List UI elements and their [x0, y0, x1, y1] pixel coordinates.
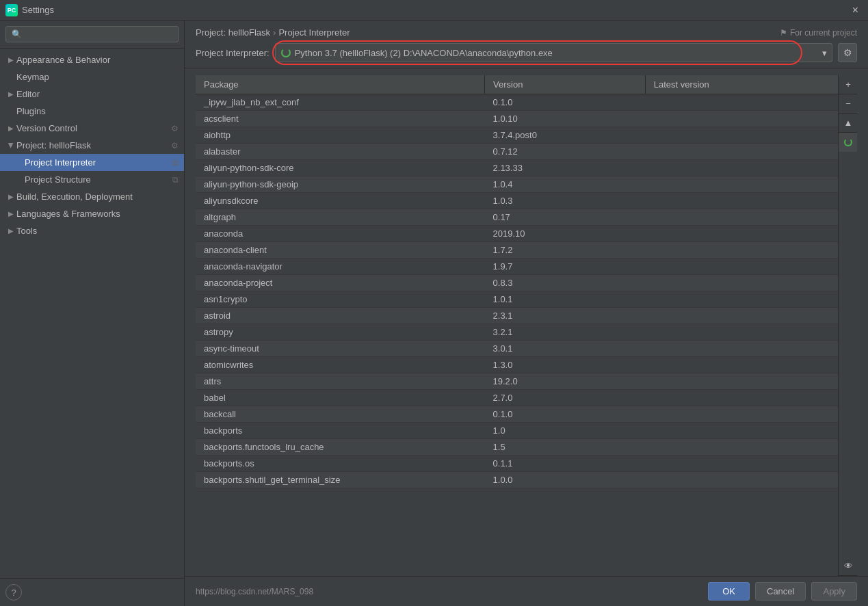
sidebar-item-project-interpreter[interactable]: Project Interpreter ⧉ — [0, 154, 184, 171]
show-outdated-button[interactable]: 👁 — [839, 557, 857, 576]
help-button[interactable]: ? — [5, 584, 22, 601]
package-latest — [645, 242, 838, 259]
content-header: Project: hellloFlask › Project Interpret… — [185, 21, 868, 68]
interpreter-label: Project Interpreter: — [196, 48, 269, 58]
package-name: anaconda-project — [196, 275, 485, 291]
table-row[interactable]: aliyunsdkcore 1.0.3 — [196, 193, 838, 209]
col-header-package: Package — [196, 75, 485, 94]
package-version: 1.0.10 — [485, 111, 646, 127]
table-row[interactable]: backports.functools_lru_cache 1.5 — [196, 439, 838, 456]
note-icon: ⚑ — [780, 28, 787, 38]
table-row[interactable]: _ipyw_jlab_nb_ext_conf 0.1.0 — [196, 94, 838, 111]
scroll-up-button[interactable]: ▲ — [839, 114, 857, 133]
table-row[interactable]: babel 2.7.0 — [196, 390, 838, 406]
package-name: backports.functools_lru_cache — [196, 439, 485, 456]
expand-arrow-icon: ▶ — [8, 90, 14, 98]
footer-link: https://blog.csdn.net/MARS_098 — [196, 587, 313, 596]
interpreter-dropdown-button[interactable]: ▾ — [817, 43, 832, 62]
interpreter-settings-button[interactable]: ⚙ — [838, 43, 857, 62]
interpreter-select-display[interactable]: Python 3.7 (hellloFlask) (2) D:\ANACONDA… — [275, 43, 817, 62]
sidebar-item-keymap[interactable]: Keymap — [0, 68, 184, 85]
package-latest — [645, 226, 838, 242]
package-name: anaconda-navigator — [196, 259, 485, 275]
table-row[interactable]: aliyun-python-sdk-geoip 1.0.4 — [196, 176, 838, 193]
remove-package-button[interactable]: − — [839, 94, 857, 114]
table-row[interactable]: alabaster 0.7.12 — [196, 144, 838, 160]
package-latest — [645, 456, 838, 472]
col-header-latest: Latest version — [645, 75, 838, 94]
table-row[interactable]: asn1crypto 1.0.1 — [196, 291, 838, 308]
expand-arrow-icon: ▶ — [8, 193, 14, 200]
table-row[interactable]: backports 1.0 — [196, 423, 838, 439]
package-version: 1.0.1 — [485, 291, 646, 308]
package-name: async-timeout — [196, 341, 485, 357]
table-row[interactable]: aiohttp 3.7.4.post0 — [196, 127, 838, 144]
sidebar-item-appearance[interactable]: ▶ Appearance & Behavior — [0, 51, 184, 68]
package-latest — [645, 341, 838, 357]
sidebar-item-tools[interactable]: ▶ Tools — [0, 222, 184, 239]
sidebar-item-label: Editor — [16, 89, 40, 99]
package-version: 19.2.0 — [485, 373, 646, 390]
table-row[interactable]: backports.shutil_get_terminal_size 1.0.0 — [196, 472, 838, 488]
package-version: 2019.10 — [485, 226, 646, 242]
package-name: aliyunsdkcore — [196, 193, 485, 209]
package-version: 1.3.0 — [485, 357, 646, 373]
sidebar-item-version-control[interactable]: ▶ Version Control ⚙ — [0, 120, 184, 137]
package-latest — [645, 127, 838, 144]
package-name: _ipyw_jlab_nb_ext_conf — [196, 94, 485, 111]
table-row[interactable]: aliyun-python-sdk-core 2.13.33 — [196, 160, 838, 176]
package-table-body: _ipyw_jlab_nb_ext_conf 0.1.0 acsclient 1… — [196, 94, 838, 488]
scroll-down-button[interactable] — [839, 133, 857, 152]
sidebar-item-editor[interactable]: ▶ Editor — [0, 85, 184, 103]
sidebar-search — [0, 21, 184, 49]
sidebar-item-project-structure[interactable]: Project Structure ⧉ — [0, 171, 184, 188]
sidebar-item-languages[interactable]: ▶ Languages & Frameworks — [0, 205, 184, 222]
table-row[interactable]: async-timeout 3.0.1 — [196, 341, 838, 357]
package-version: 0.1.0 — [485, 406, 646, 423]
apply-button[interactable]: Apply — [811, 582, 857, 601]
package-version: 2.13.33 — [485, 160, 646, 176]
table-row[interactable]: anaconda-navigator 1.9.7 — [196, 259, 838, 275]
package-name: babel — [196, 390, 485, 406]
title-bar-left: PC Settings — [5, 4, 54, 16]
breadcrumb-note: ⚑ For current project — [780, 28, 857, 38]
sidebar-item-label: Keymap — [16, 72, 49, 82]
package-latest — [645, 144, 838, 160]
table-row[interactable]: attrs 19.2.0 — [196, 373, 838, 390]
table-row[interactable]: acsclient 1.0.10 — [196, 111, 838, 127]
table-scroll[interactable]: _ipyw_jlab_nb_ext_conf 0.1.0 acsclient 1… — [196, 94, 838, 576]
table-row[interactable]: anaconda-client 1.7.2 — [196, 242, 838, 259]
table-row[interactable]: atomicwrites 1.3.0 — [196, 357, 838, 373]
close-button[interactable]: × — [848, 3, 863, 18]
expand-arrow-icon: ▶ — [8, 56, 14, 64]
table-row[interactable]: backports.os 0.1.1 — [196, 456, 838, 472]
package-version: 1.5 — [485, 439, 646, 456]
interpreter-row: Project Interpreter: Python 3.7 (hellloF… — [196, 43, 857, 62]
cancel-button[interactable]: Cancel — [755, 582, 806, 601]
package-name: acsclient — [196, 111, 485, 127]
breadcrumb-separator: › — [273, 27, 276, 38]
table-row[interactable]: altgraph 0.17 — [196, 209, 838, 226]
sidebar-item-plugins[interactable]: Plugins — [0, 103, 184, 120]
sidebar-item-project[interactable]: ▶ Project: hellloFlask ⚙ — [0, 137, 184, 154]
table-row[interactable]: astroid 2.3.1 — [196, 308, 838, 324]
sidebar-item-label: Project: hellloFlask — [16, 140, 91, 150]
add-package-button[interactable]: + — [839, 75, 857, 94]
table-row[interactable]: anaconda-project 0.8.3 — [196, 275, 838, 291]
package-latest — [645, 423, 838, 439]
table-header: Package Version Latest version — [196, 75, 838, 94]
search-input[interactable] — [5, 26, 179, 42]
package-name: alabaster — [196, 144, 485, 160]
ok-button[interactable]: OK — [708, 582, 750, 601]
package-name: astropy — [196, 324, 485, 341]
footer: https://blog.csdn.net/MARS_098 OK Cancel… — [185, 576, 868, 606]
expand-arrow-icon: ▶ — [8, 227, 14, 235]
package-latest — [645, 390, 838, 406]
package-name: aliyun-python-sdk-geoip — [196, 176, 485, 193]
table-row[interactable]: backcall 0.1.0 — [196, 406, 838, 423]
package-name: aiohttp — [196, 127, 485, 144]
sidebar-item-build[interactable]: ▶ Build, Execution, Deployment — [0, 188, 184, 205]
table-row[interactable]: astropy 3.2.1 — [196, 324, 838, 341]
package-version: 1.0 — [485, 423, 646, 439]
table-row[interactable]: anaconda 2019.10 — [196, 226, 838, 242]
